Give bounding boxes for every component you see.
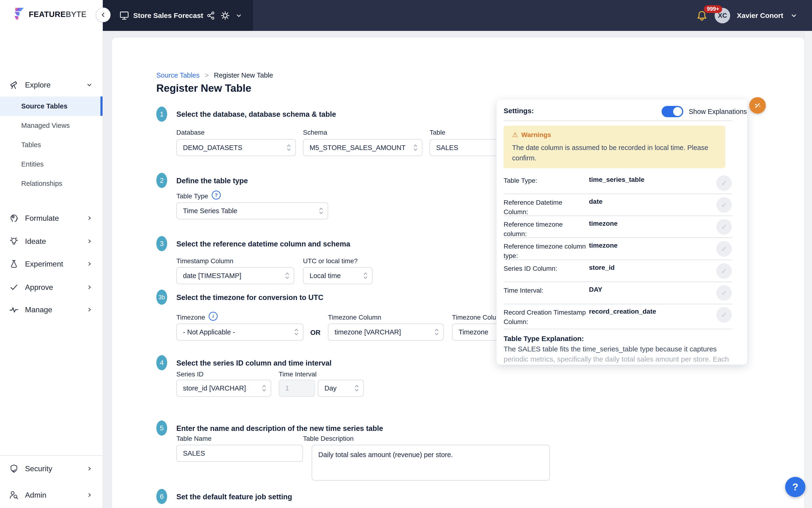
confirm-check-button[interactable]: ✓: [716, 197, 732, 213]
step-6-title: Set the default feature job setting: [176, 493, 292, 501]
step-3b-title: Select the timezone for conversion to UT…: [176, 293, 323, 302]
shield-icon: [9, 464, 19, 474]
brand-part1: FEATURE: [29, 10, 66, 18]
sidebar-item-approve[interactable]: Approve: [9, 279, 96, 296]
toggle-knob: [673, 107, 682, 116]
panel-row-value: record_creation_date: [589, 308, 656, 315]
panel-row-label: Record Creation Timestamp Column:: [504, 308, 586, 327]
sidebar-item-experiment[interactable]: Experiment: [9, 256, 96, 272]
or-label: OR: [310, 329, 321, 337]
panel-row-label: Reference timezone column:: [504, 220, 586, 239]
database-select[interactable]: DEMO_DATASETS: [176, 139, 296, 156]
timestamp-column-select[interactable]: date [TIMESTAMP]: [176, 267, 294, 284]
confirm-check-button[interactable]: ✓: [716, 219, 732, 235]
collapse-sidebar-button[interactable]: [96, 7, 110, 22]
sidebar-item-source-tables[interactable]: Source Tables: [0, 96, 102, 116]
magic-wand-button[interactable]: [749, 97, 766, 114]
project-title: Store Sales Forecast: [133, 0, 203, 31]
warning-box: ⚠ Warnings The date column is assumed to…: [504, 126, 725, 168]
table-value: SALES: [436, 144, 458, 152]
top-bar: Store Sales Forecast: [102, 0, 812, 31]
featurebyte-mark-icon: [13, 7, 25, 22]
step-6-badge: 6: [156, 489, 167, 504]
sidebar-item-admin[interactable]: Admin: [9, 487, 96, 503]
select-chevrons-icon: [262, 384, 266, 392]
confirm-check-button[interactable]: ✓: [716, 241, 732, 257]
page-title: Register New Table: [156, 82, 251, 94]
series-id-select[interactable]: store_id [VARCHAR]: [176, 380, 271, 397]
timezone-column-select[interactable]: timezone [VARCHAR]: [328, 324, 444, 341]
chevron-right-icon: [86, 492, 93, 498]
select-chevrons-icon: [319, 207, 323, 215]
timezone-select[interactable]: - Not Applicable -: [176, 324, 304, 341]
panel-row-divider: [504, 194, 732, 194]
chevron-right-icon: [86, 215, 93, 221]
chevron-left-icon: [100, 11, 107, 18]
table-type-help-icon[interactable]: ?: [212, 190, 221, 200]
sidebar-item-manage[interactable]: Manage: [9, 301, 96, 318]
panel-row-label: Reference Datetime Column:: [504, 198, 586, 217]
show-explanations-toggle[interactable]: [662, 106, 683, 117]
panel-row-value: timezone: [589, 242, 618, 249]
warning-icon: ⚠: [512, 131, 518, 139]
sidebar-item-relationships[interactable]: Relationships: [0, 174, 102, 193]
table-description-input[interactable]: Daily total sales amount (revenue) per s…: [312, 445, 550, 481]
breadcrumb-source-tables-link[interactable]: Source Tables: [156, 72, 199, 79]
panel-row-label: Series ID Column:: [504, 264, 586, 273]
breadcrumb-separator: >: [205, 72, 209, 79]
check-icon: [9, 282, 19, 292]
time-interval-input[interactable]: 1: [279, 380, 315, 397]
sidebar-item-explore[interactable]: Explore: [9, 77, 96, 93]
time-interval-unit-select[interactable]: Day: [318, 380, 364, 397]
step-4-title: Select the series ID column and time int…: [176, 359, 331, 368]
select-chevrons-icon: [363, 272, 368, 280]
show-explanations-label: Show Explanations: [689, 108, 747, 116]
schema-select[interactable]: M5_STORE_SALES_AMOUNT: [303, 139, 422, 156]
sidebar-item-entities[interactable]: Entities: [0, 155, 102, 174]
panel-row-label: Time Interval:: [504, 286, 586, 295]
timezone-column-value: timezone [VARCHAR]: [334, 328, 401, 336]
confirm-check-button[interactable]: ✓: [716, 307, 732, 323]
user-name: Xavier Conort: [737, 11, 783, 19]
brain-gear-icon: [9, 213, 19, 223]
timezone-column-label: Timezone Column: [328, 314, 381, 321]
chevron-right-icon: [86, 284, 93, 291]
breadcrumb: Source Tables > Register New Table: [156, 72, 273, 79]
select-chevrons-icon: [285, 272, 289, 280]
utc-or-local-select[interactable]: Local time: [303, 267, 372, 284]
confirm-check-button[interactable]: ✓: [716, 175, 732, 191]
help-button[interactable]: ?: [785, 477, 805, 497]
sidebar-item-ideate[interactable]: Ideate: [9, 233, 96, 250]
utc-or-local-value: Local time: [310, 272, 341, 280]
magic-wand-icon: [753, 101, 762, 110]
chevron-down-icon: [86, 81, 93, 88]
user-menu-chevron-down-icon[interactable]: [790, 11, 798, 19]
panel-row-divider: [504, 260, 732, 260]
table-type-select[interactable]: Time Series Table: [176, 202, 328, 219]
timezone-info-icon[interactable]: i: [209, 312, 218, 321]
sidebar-subitem-label: Source Tables: [21, 102, 67, 110]
confirm-check-button[interactable]: ✓: [716, 263, 732, 279]
panel-row-divider: [504, 216, 732, 216]
sidebar-item-tables[interactable]: Tables: [0, 135, 102, 155]
step-4-badge: 4: [156, 355, 167, 370]
timezone-column-type-label: Timezone Colu: [452, 314, 496, 321]
panel-row-value: DAY: [589, 286, 602, 293]
project-menu-chevron-down-icon[interactable]: [235, 0, 242, 31]
share-icon[interactable]: [206, 0, 216, 31]
confirm-check-button[interactable]: ✓: [716, 285, 732, 301]
step-1-title: Select the database, database schema & t…: [176, 110, 336, 119]
sidebar-item-formulate[interactable]: Formulate: [9, 210, 96, 226]
monitor-icon: [119, 0, 129, 31]
gear-icon[interactable]: [220, 0, 230, 31]
time-interval-value: 1: [285, 384, 289, 392]
notification-bell[interactable]: 999+: [696, 9, 708, 22]
sidebar-item-security[interactable]: Security: [9, 460, 96, 477]
sidebar-item-label: Formulate: [25, 214, 59, 223]
brand-name: FEATUREBYTE: [29, 10, 87, 19]
sidebar-divider: [0, 455, 102, 456]
brand-logo[interactable]: FEATUREBYTE: [13, 7, 87, 22]
sidebar-item-managed-views[interactable]: Managed Views: [0, 116, 102, 135]
scrollbar-track[interactable]: [804, 31, 812, 508]
table-name-input[interactable]: SALES: [176, 445, 303, 462]
